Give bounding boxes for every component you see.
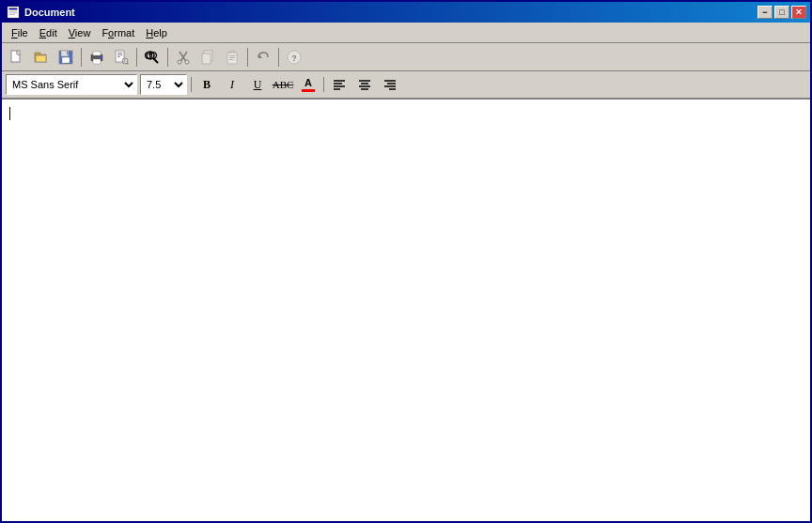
align-center-icon xyxy=(358,78,371,91)
svg-marker-6 xyxy=(17,51,21,54)
find-button[interactable] xyxy=(141,47,164,68)
paste-button[interactable] xyxy=(221,47,243,68)
underline-button[interactable]: U xyxy=(246,74,269,95)
cut-button[interactable] xyxy=(172,47,195,68)
menu-format[interactable]: Format xyxy=(96,23,140,42)
menu-view[interactable]: View xyxy=(63,23,97,42)
window-title: Document xyxy=(24,7,754,18)
toolbar-sep-3 xyxy=(167,48,168,67)
svg-rect-36 xyxy=(202,54,211,64)
align-left-icon xyxy=(333,78,346,91)
italic-label: I xyxy=(230,78,234,92)
cut-icon xyxy=(176,50,191,65)
editor-area[interactable] xyxy=(2,100,810,521)
toolbar-sep-2 xyxy=(136,48,137,67)
menu-file-label: File xyxy=(11,27,28,38)
svg-rect-9 xyxy=(36,55,46,62)
italic-button[interactable]: I xyxy=(221,74,243,95)
toolbar: ? xyxy=(2,43,810,71)
undo-button[interactable] xyxy=(252,47,274,68)
maximize-button[interactable]: □ xyxy=(774,6,789,19)
menu-file[interactable]: File xyxy=(6,23,34,42)
svg-rect-40 xyxy=(229,57,235,58)
save-icon xyxy=(58,50,73,65)
svg-rect-12 xyxy=(62,57,70,63)
close-icon: ✕ xyxy=(795,8,803,17)
copy-button[interactable] xyxy=(196,47,219,68)
print-icon xyxy=(89,50,104,65)
font-color-bar xyxy=(302,89,315,92)
svg-rect-39 xyxy=(229,55,235,56)
align-center-button[interactable] xyxy=(353,74,376,95)
menu-help-label: Help xyxy=(146,27,167,38)
toolbar-sep-5 xyxy=(278,48,279,67)
open-icon xyxy=(34,50,49,65)
font-color-button[interactable]: A xyxy=(297,74,320,95)
strikethrough-label: ABC xyxy=(273,79,294,90)
menu-bar: File Edit View Format Help xyxy=(2,23,810,43)
menu-help[interactable]: Help xyxy=(140,23,173,42)
new-icon xyxy=(9,50,24,65)
format-sep-1 xyxy=(191,77,192,92)
svg-point-33 xyxy=(178,60,181,64)
title-bar: Document − □ ✕ xyxy=(2,2,810,23)
svg-rect-19 xyxy=(117,53,122,54)
copy-icon xyxy=(200,50,215,65)
svg-rect-1 xyxy=(9,8,18,10)
font-color-label: A xyxy=(304,78,312,88)
save-button[interactable] xyxy=(55,47,77,68)
bold-button[interactable]: B xyxy=(195,74,218,95)
menu-view-label: View xyxy=(69,27,91,38)
print-preview-icon xyxy=(114,50,129,65)
menu-edit-label: Edit xyxy=(39,27,57,38)
svg-rect-8 xyxy=(35,53,40,55)
strikethrough-button[interactable]: ABC xyxy=(272,74,294,95)
font-size-select[interactable]: 7.5 xyxy=(140,74,187,95)
paste-icon xyxy=(225,50,240,65)
svg-line-23 xyxy=(127,63,129,65)
svg-text:?: ? xyxy=(291,54,297,63)
toolbar-sep-4 xyxy=(247,48,248,67)
window-controls: − □ ✕ xyxy=(757,6,806,19)
toolbar-sep-1 xyxy=(81,48,82,67)
align-left-button[interactable] xyxy=(328,74,351,95)
svg-rect-16 xyxy=(93,52,101,55)
print-preview-button[interactable] xyxy=(110,47,133,68)
format-sep-2 xyxy=(323,77,324,92)
svg-rect-15 xyxy=(93,59,101,64)
bold-label: B xyxy=(203,78,211,92)
align-right-button[interactable] xyxy=(379,74,401,95)
menu-format-label: Format xyxy=(102,27,134,38)
minimize-button[interactable]: − xyxy=(757,6,773,19)
formatting-bar: MS Sans Serif 7.5 B I U ABC A xyxy=(2,71,810,100)
minimize-icon: − xyxy=(762,8,767,17)
menu-edit[interactable]: Edit xyxy=(34,23,63,42)
help-icon: ? xyxy=(287,50,302,65)
underline-label: U xyxy=(254,78,262,92)
help-button[interactable]: ? xyxy=(283,47,305,68)
window-icon xyxy=(6,5,21,20)
font-name-select[interactable]: MS Sans Serif xyxy=(6,74,137,95)
svg-rect-41 xyxy=(229,59,233,60)
maximize-icon: □ xyxy=(779,8,784,17)
undo-icon xyxy=(256,50,271,65)
align-right-icon xyxy=(383,78,397,91)
print-button[interactable] xyxy=(86,47,108,68)
close-button[interactable]: ✕ xyxy=(791,6,806,19)
svg-rect-17 xyxy=(100,56,102,58)
open-button[interactable] xyxy=(30,47,53,68)
svg-rect-13 xyxy=(67,51,69,54)
svg-rect-20 xyxy=(117,54,122,55)
text-cursor xyxy=(9,107,10,120)
find-icon xyxy=(145,50,160,65)
main-window: Document − □ ✕ File Edit View Format He xyxy=(0,0,812,523)
svg-rect-21 xyxy=(117,56,120,57)
new-button[interactable] xyxy=(6,47,28,68)
svg-point-34 xyxy=(185,60,189,64)
